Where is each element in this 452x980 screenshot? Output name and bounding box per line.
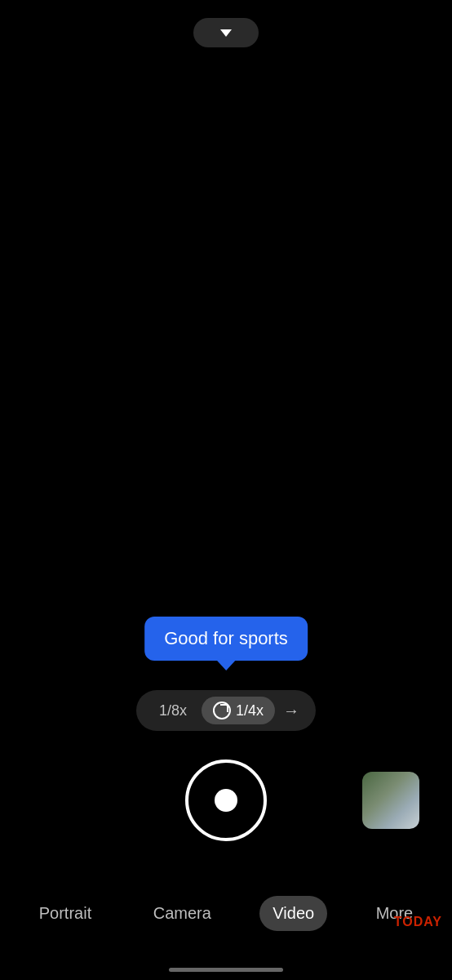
bottom-nav: Portrait Camera Video More <box>0 896 452 931</box>
speed-icon <box>213 702 231 719</box>
tooltip-container: Good for sports <box>144 617 308 661</box>
camera-container: Good for sports 1/8x 1/4x → Portrait Cam… <box>0 0 452 980</box>
nav-item-camera[interactable]: Camera <box>140 896 224 931</box>
speed-label-1-4x: 1/4x <box>236 702 264 719</box>
today-label: TODAY <box>394 915 442 929</box>
nav-item-video[interactable]: Video <box>259 896 327 931</box>
speed-arrow-icon[interactable]: → <box>278 698 304 724</box>
gallery-thumbnail[interactable] <box>362 772 419 829</box>
shutter-button[interactable] <box>185 760 267 841</box>
speed-option-1-4x[interactable]: 1/4x <box>202 697 275 724</box>
speed-selector: 1/8x 1/4x → <box>136 690 316 731</box>
dropdown-pill[interactable] <box>193 18 259 47</box>
good-for-sports-tooltip: Good for sports <box>144 617 308 661</box>
nav-item-portrait[interactable]: Portrait <box>26 896 104 931</box>
speed-option-1-8x[interactable]: 1/8x <box>148 697 198 724</box>
shutter-inner <box>215 789 237 812</box>
home-indicator <box>169 968 283 972</box>
viewfinder <box>0 0 452 702</box>
chevron-down-icon <box>220 29 232 37</box>
